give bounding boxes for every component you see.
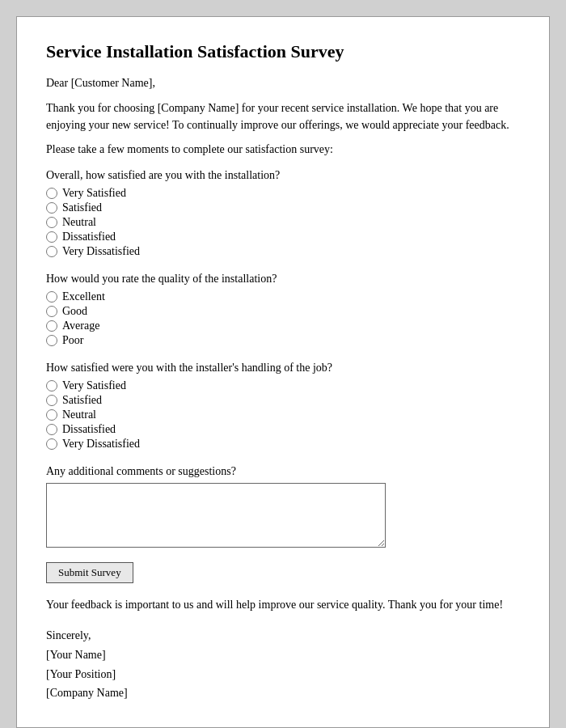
q1-option-5[interactable]: Very Dissatisfied (46, 245, 520, 258)
q2-option-2[interactable]: Good (46, 305, 520, 318)
q1-label-2[interactable]: Satisfied (62, 201, 102, 214)
q3-option-2[interactable]: Satisfied (46, 394, 520, 407)
q1-option-2[interactable]: Satisfied (46, 201, 520, 214)
q2-label-1[interactable]: Excellent (62, 290, 105, 303)
footer-note: Your feedback is important to us and wil… (46, 596, 520, 613)
q2-radio-4[interactable] (46, 335, 57, 346)
submit-button[interactable]: Submit Survey (46, 562, 133, 583)
q3-label-3[interactable]: Neutral (62, 408, 96, 421)
q3-radio-3[interactable] (46, 409, 57, 421)
signer-company: [Company Name] (46, 684, 520, 703)
q1-label-5[interactable]: Very Dissatisfied (62, 245, 140, 258)
question-3-block: How satisfied were you with the installe… (46, 362, 520, 451)
comments-block: Any additional comments or suggestions? (46, 465, 520, 548)
q2-radio-1[interactable] (46, 291, 57, 303)
q3-option-3[interactable]: Neutral (46, 408, 520, 421)
q2-label-2[interactable]: Good (62, 305, 87, 318)
invite-text: Please take a few moments to complete ou… (46, 143, 520, 156)
question-1-block: Overall, how satisfied are you with the … (46, 169, 520, 258)
q1-radio-3[interactable] (46, 217, 57, 228)
signer-position: [Your Position] (46, 665, 520, 684)
q2-option-4[interactable]: Poor (46, 334, 520, 347)
q1-radio-5[interactable] (46, 246, 57, 257)
q3-label-1[interactable]: Very Satisfied (62, 379, 126, 392)
survey-page: Service Installation Satisfaction Survey… (16, 16, 550, 728)
q1-option-3[interactable]: Neutral (46, 216, 520, 229)
q2-radio-3[interactable] (46, 320, 57, 332)
q3-option-5[interactable]: Very Dissatisfied (46, 438, 520, 451)
comments-label: Any additional comments or suggestions? (46, 465, 520, 478)
question-2-block: How would you rate the quality of the in… (46, 273, 520, 347)
q2-option-1[interactable]: Excellent (46, 290, 520, 303)
q3-radio-5[interactable] (46, 438, 57, 450)
q1-label-1[interactable]: Very Satisfied (62, 187, 126, 200)
q1-radio-1[interactable] (46, 188, 57, 199)
sincerely-text: Sincerely, (46, 626, 520, 645)
greeting: Dear [Customer Name], (46, 77, 520, 90)
q1-option-4[interactable]: Dissatisfied (46, 231, 520, 243)
q1-label-3[interactable]: Neutral (62, 216, 96, 229)
q1-option-1[interactable]: Very Satisfied (46, 187, 520, 200)
comments-textarea[interactable] (46, 483, 386, 548)
q3-radio-1[interactable] (46, 380, 57, 392)
q2-label-3[interactable]: Average (62, 320, 99, 332)
q1-label-4[interactable]: Dissatisfied (62, 231, 116, 243)
q1-radio-4[interactable] (46, 231, 57, 243)
page-title: Service Installation Satisfaction Survey (46, 41, 520, 62)
q3-option-4[interactable]: Dissatisfied (46, 423, 520, 436)
intro-text: Thank you for choosing [Company Name] fo… (46, 99, 520, 133)
q3-radio-2[interactable] (46, 395, 57, 406)
q3-label-4[interactable]: Dissatisfied (62, 423, 116, 436)
q2-radio-2[interactable] (46, 306, 57, 317)
question-2-text: How would you rate the quality of the in… (46, 273, 520, 286)
question-1-text: Overall, how satisfied are you with the … (46, 169, 520, 182)
q2-label-4[interactable]: Poor (62, 334, 83, 347)
q3-label-5[interactable]: Very Dissatisfied (62, 438, 140, 451)
q1-radio-2[interactable] (46, 202, 57, 214)
q3-radio-4[interactable] (46, 424, 57, 435)
signature-block: Sincerely, [Your Name] [Your Position] [… (46, 626, 520, 703)
question-3-text: How satisfied were you with the installe… (46, 362, 520, 375)
q3-label-2[interactable]: Satisfied (62, 394, 102, 407)
q2-option-3[interactable]: Average (46, 320, 520, 332)
signer-name: [Your Name] (46, 645, 520, 665)
q3-option-1[interactable]: Very Satisfied (46, 379, 520, 392)
